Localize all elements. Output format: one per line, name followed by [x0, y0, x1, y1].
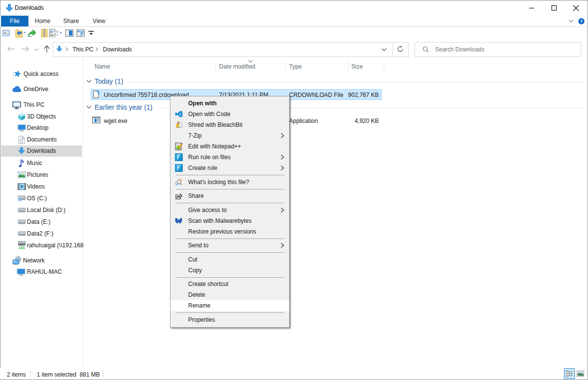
- svg-text:?: ?: [580, 19, 583, 24]
